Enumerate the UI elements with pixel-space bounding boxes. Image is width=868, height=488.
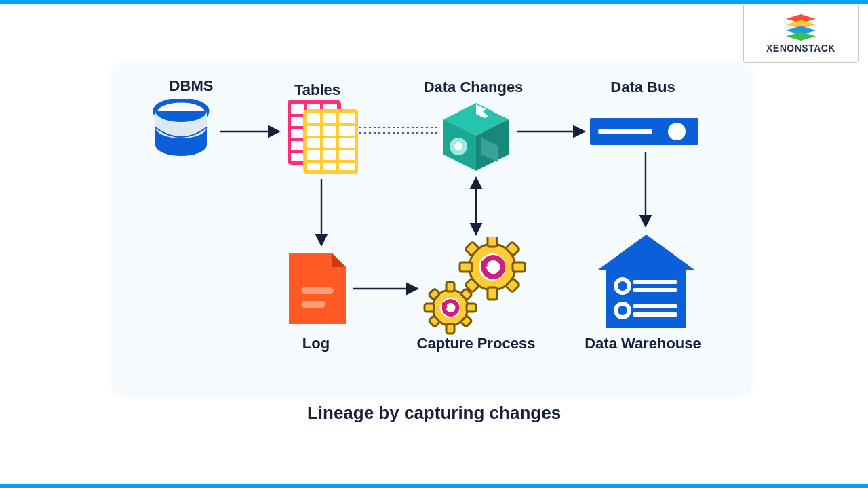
node-tables-label: Tables <box>277 81 358 99</box>
node-dbms-label: DBMS <box>151 77 232 95</box>
node-bus-label: Data Bus <box>589 79 697 96</box>
diagram-caption: Lineage by capturing changes <box>0 403 868 424</box>
bottom-accent-bar <box>0 484 868 488</box>
diagram-canvas: DBMS Tables Data Changes Data Bus Log Ca… <box>114 64 750 393</box>
svg-marker-3 <box>786 32 816 41</box>
svg-rect-12 <box>305 111 357 172</box>
top-accent-bar <box>0 0 868 4</box>
log-icon <box>286 251 349 329</box>
svg-point-28 <box>668 123 686 140</box>
svg-point-24 <box>454 142 462 150</box>
tables-icon <box>288 100 358 176</box>
brand-stack-icon <box>784 14 818 41</box>
data-warehouse-icon <box>595 230 697 335</box>
data-changes-icon <box>438 99 514 178</box>
node-changes-label: Data Changes <box>406 79 541 96</box>
svg-marker-53 <box>598 235 694 270</box>
svg-rect-32 <box>488 237 497 247</box>
svg-rect-29 <box>301 287 334 294</box>
capture-process-icon <box>422 237 537 342</box>
svg-rect-30 <box>301 301 326 308</box>
node-warehouse-label: Data Warehouse <box>575 335 711 352</box>
svg-rect-33 <box>488 287 497 300</box>
svg-rect-34 <box>460 262 472 272</box>
node-log-label: Log <box>282 335 350 352</box>
brand-name: XENONSTACK <box>766 43 835 54</box>
data-bus-icon <box>590 115 698 150</box>
brand-logo-box: XENONSTACK <box>743 5 859 63</box>
svg-rect-27 <box>598 129 652 134</box>
svg-rect-45 <box>425 304 434 312</box>
svg-rect-44 <box>446 324 454 333</box>
dbms-icon <box>151 99 212 168</box>
svg-rect-46 <box>467 304 476 312</box>
svg-rect-43 <box>446 282 454 291</box>
svg-rect-35 <box>513 262 525 272</box>
